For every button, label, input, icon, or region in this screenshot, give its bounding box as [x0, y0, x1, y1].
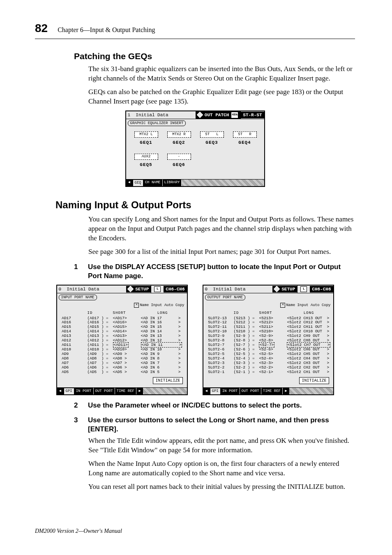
output-page-tab: OUTPUT PORT NAME	[205, 295, 245, 300]
initialize-button: INITIALIZE	[153, 377, 182, 385]
sample-rate-icon: 48k	[231, 112, 238, 118]
step-3-number: 3	[74, 416, 88, 434]
layer-icon: L	[297, 286, 310, 293]
after-p3: You can reset all port names back to the…	[88, 482, 355, 492]
geq-title-right: ST-R-ST	[241, 112, 264, 119]
tab-gpi: GPI	[210, 388, 221, 394]
input-page-tab: INPUT PORT NAME	[59, 295, 97, 300]
tab-out-port: OUT PORT	[240, 388, 261, 394]
geq-lcd-screenshot: 1 Initial Data OUT PATCH 48k ST-R-ST GRA…	[125, 111, 265, 187]
diamond-icon	[197, 112, 203, 118]
output-columns: ID SHORT LONG	[206, 311, 331, 315]
geq-paragraph-2: GEQs can also be patched on the Graphic …	[88, 88, 355, 106]
output-title-mid: SETUP	[272, 286, 297, 293]
layer-small-icon: L	[300, 286, 307, 292]
right-arrow-icon: ►	[136, 388, 143, 394]
input-title-mid: SETUP	[126, 286, 151, 293]
tab-out-port: OUT PORT	[94, 388, 115, 394]
output-title-ch: CH6-CH6	[310, 286, 333, 293]
port-row: AD6(AD6 ) =<AD6 ><AD IN 6 >	[60, 366, 184, 370]
left-arrow-icon: ◄	[203, 388, 210, 394]
page-footer: DM2000 Version 2—Owner's Manual	[35, 527, 122, 535]
step-3-text: Use the cursor buttons to select the Lon…	[88, 416, 355, 434]
input-port-lcd: 0 Initial Data SETUP L CH6-CH6 INPUT POR…	[56, 285, 188, 395]
diamond-icon	[127, 286, 134, 292]
step-1-text: Use the DISPLAY ACCESS [SETUP] button to…	[88, 263, 355, 281]
auto-copy-check: ×Name Input Auto Copy	[203, 302, 333, 308]
geq-page-tab: GRAPHIC EQUALIZER INSERT	[128, 120, 186, 126]
page-number: 82	[35, 21, 48, 36]
geq-cell: AUX2GEQ5	[134, 154, 158, 168]
output-bottom-tabs: ◄ GPI IN PORT OUT PORT TIME REF ►	[203, 387, 333, 394]
output-title-left: 0 Initial Data	[203, 286, 273, 293]
layer-icon: L	[151, 286, 164, 293]
tab-in-port: IN PORT	[221, 388, 240, 394]
input-columns: ID SHORT LONG	[60, 311, 184, 315]
port-row: AD5(AD5 ) =<AD5 ><AD IN 5 >	[60, 370, 184, 375]
geq-label: GEQ6	[167, 162, 191, 168]
port-row: SLOT2-2(S2-2 ) =<S2-2><Slot2 CH2 OUT >	[206, 366, 331, 370]
geq-label: GEQ3	[200, 140, 224, 145]
geq-title-left: 1 Initial Data	[126, 112, 196, 119]
left-arrow-icon: ◄	[57, 388, 64, 394]
naming-paragraph-1: You can specify Long and Short names for…	[88, 215, 355, 243]
step-1-number: 1	[74, 263, 88, 281]
chapter-reference: Chapter 6—Input & Output Patching	[58, 25, 155, 35]
geq-slot: MTX2 R	[167, 131, 191, 138]
geq-title-mid: OUT PATCH 48k	[196, 111, 241, 119]
naming-paragraph-2: See page 300 for a list of the initial I…	[88, 247, 355, 257]
geq-slot: ST R	[233, 131, 257, 138]
after-p2: When the Name Input Auto Copy option is …	[88, 459, 355, 478]
geq-label: GEQ1	[134, 140, 158, 145]
geq-cell: -GEQ6	[167, 154, 191, 168]
geq-grid: MTX2 LGEQ1MTX2 RGEQ2ST LGEQ3ST RGEQ4 AUX…	[126, 127, 264, 179]
geq-paragraph-1: The six 31-band graphic equalizers can b…	[88, 64, 355, 83]
diamond-icon	[274, 286, 280, 292]
geq-bottom-tabs: ◄ GEQ CH NAME LIBRARY	[126, 179, 264, 186]
output-port-lcd: 0 Initial Data SETUP L CH6-CH6 OUTPUT PO…	[203, 285, 334, 395]
geq-label: GEQ5	[134, 162, 158, 168]
page-header: 82 Chapter 6—Input & Output Patching	[35, 21, 355, 39]
tab-gpi: GPI	[64, 388, 74, 394]
tab-ch-name: CH NAME	[143, 180, 163, 186]
input-bottom-tabs: ◄ GPI IN PORT OUT PORT TIME REF ►	[57, 387, 187, 394]
port-row: SLOT2-1(S2-1 ) =<S2-1><Slot2 CH1 OUT >	[206, 370, 331, 375]
geq-cell: MTX2 LGEQ1	[134, 131, 158, 145]
tab-time-ref: TIME REF	[261, 388, 283, 394]
geq-cell: ST LGEQ3	[200, 131, 224, 145]
after-p1: When the Title Edit window appears, edit…	[88, 436, 355, 455]
geq-label: GEQ2	[167, 140, 191, 145]
geq-cell: MTX2 RGEQ2	[167, 131, 191, 145]
naming-ports-heading: Naming Input & Output Ports	[55, 198, 355, 212]
patching-geqs-heading: Patching the GEQs	[74, 51, 355, 62]
geq-cell: ST RGEQ4	[233, 131, 257, 145]
geq-label: GEQ4	[233, 140, 257, 145]
input-title-left: 0 Initial Data	[57, 286, 127, 293]
step-2-number: 2	[74, 401, 88, 410]
initialize-button: INITIALIZE	[299, 377, 329, 385]
auto-copy-check: ×Name Input Auto Copy	[57, 302, 187, 308]
layer-small-icon: L	[154, 286, 161, 292]
tab-time-ref: TIME REF	[115, 388, 136, 394]
left-arrow-icon: ◄	[126, 180, 133, 186]
tab-in-port: IN PORT	[74, 388, 94, 394]
geq-slot: -	[167, 154, 191, 160]
tab-library: LIBRARY	[163, 180, 182, 186]
input-title-ch: CH6-CH6	[164, 286, 187, 293]
geq-slot: AUX2	[134, 154, 158, 160]
step-2-text: Use the Parameter wheel or INC/DEC butto…	[88, 401, 355, 410]
geq-slot: ST L	[200, 131, 224, 138]
right-arrow-icon: ►	[283, 388, 289, 394]
geq-slot: MTX2 L	[134, 131, 158, 138]
tab-geq: GEQ	[133, 180, 143, 186]
